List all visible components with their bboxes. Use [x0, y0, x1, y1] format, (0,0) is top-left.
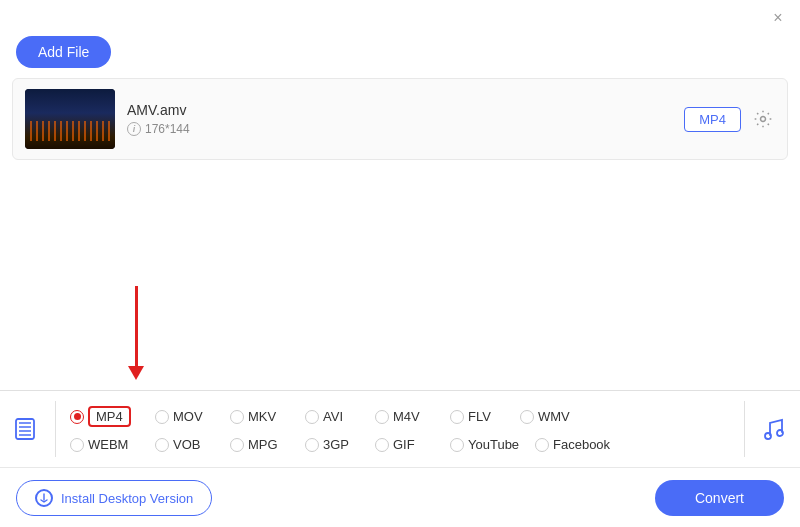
video-format-icon-button[interactable]: [0, 401, 56, 457]
format-label-vob: VOB: [173, 437, 200, 452]
file-actions: MP4: [684, 107, 775, 132]
radio-3gp: [305, 438, 319, 452]
format-option-avi[interactable]: AVI: [301, 403, 371, 430]
svg-point-0: [761, 117, 766, 122]
radio-youtube: [450, 438, 464, 452]
red-arrow: [128, 286, 144, 380]
format-option-3gp[interactable]: 3GP: [301, 434, 371, 455]
title-bar: ×: [0, 0, 800, 32]
format-label-m4v: M4V: [393, 409, 420, 424]
format-option-wmv[interactable]: WMV: [516, 403, 591, 430]
info-icon[interactable]: i: [127, 122, 141, 136]
file-thumbnail: [25, 89, 115, 149]
radio-mp4: [70, 410, 84, 424]
radio-gif: [375, 438, 389, 452]
format-option-mov[interactable]: MOV: [151, 403, 226, 430]
format-options: MP4 MOV MKV AVI M4V FLV: [56, 399, 744, 459]
radio-m4v: [375, 410, 389, 424]
file-item: AMV.amv i 176*144 MP4: [13, 79, 787, 159]
format-label-gif: GIF: [393, 437, 415, 452]
file-name: AMV.amv: [127, 102, 672, 118]
radio-facebook: [535, 438, 549, 452]
radio-mpg: [230, 438, 244, 452]
format-option-webm[interactable]: WEBM: [66, 434, 151, 455]
format-option-mp4[interactable]: MP4: [66, 403, 151, 430]
format-label-mp4: MP4: [88, 406, 131, 427]
radio-webm: [70, 438, 84, 452]
toolbar: Add File: [0, 32, 800, 78]
arrow-line: [135, 286, 138, 366]
file-meta: i 176*144: [127, 122, 672, 136]
radio-flv: [450, 410, 464, 424]
install-button[interactable]: Install Desktop Version: [16, 480, 212, 516]
download-icon: [35, 489, 53, 507]
format-option-facebook[interactable]: Facebook: [531, 434, 616, 455]
radio-vob: [155, 438, 169, 452]
svg-point-6: [765, 433, 771, 439]
format-label-mov: MOV: [173, 409, 203, 424]
format-option-vob[interactable]: VOB: [151, 434, 226, 455]
svg-rect-1: [16, 419, 34, 439]
format-option-mkv[interactable]: MKV: [226, 403, 301, 430]
format-label-3gp: 3GP: [323, 437, 349, 452]
radio-mkv: [230, 410, 244, 424]
radio-mov: [155, 410, 169, 424]
format-option-m4v[interactable]: M4V: [371, 403, 446, 430]
install-button-label: Install Desktop Version: [61, 491, 193, 506]
radio-mp4-inner: [74, 413, 81, 420]
format-label-mkv: MKV: [248, 409, 276, 424]
format-option-flv[interactable]: FLV: [446, 403, 516, 430]
format-option-youtube[interactable]: YouTube: [446, 434, 531, 455]
file-dimensions: 176*144: [145, 122, 190, 136]
convert-button[interactable]: Convert: [655, 480, 784, 516]
format-bar: MP4 MOV MKV AVI M4V FLV: [0, 390, 800, 467]
arrow-head: [128, 366, 144, 380]
audio-format-icon-button[interactable]: [744, 401, 800, 457]
format-label-wmv: WMV: [538, 409, 570, 424]
close-button[interactable]: ×: [768, 8, 788, 28]
file-info: AMV.amv i 176*144: [127, 102, 672, 136]
format-label-facebook: Facebook: [553, 437, 610, 452]
file-list: AMV.amv i 176*144 MP4: [12, 78, 788, 160]
radio-wmv: [520, 410, 534, 424]
format-label-webm: WEBM: [88, 437, 128, 452]
format-label-mpg: MPG: [248, 437, 278, 452]
format-label-flv: FLV: [468, 409, 491, 424]
bottom-bar: Install Desktop Version Convert: [0, 467, 800, 527]
format-option-gif[interactable]: GIF: [371, 434, 446, 455]
svg-point-7: [777, 430, 783, 436]
format-option-mpg[interactable]: MPG: [226, 434, 301, 455]
settings-icon[interactable]: [751, 107, 775, 131]
format-label-youtube: YouTube: [468, 437, 519, 452]
radio-avi: [305, 410, 319, 424]
arrow-annotation: [0, 160, 800, 390]
format-label-avi: AVI: [323, 409, 343, 424]
format-badge[interactable]: MP4: [684, 107, 741, 132]
add-file-button[interactable]: Add File: [16, 36, 111, 68]
